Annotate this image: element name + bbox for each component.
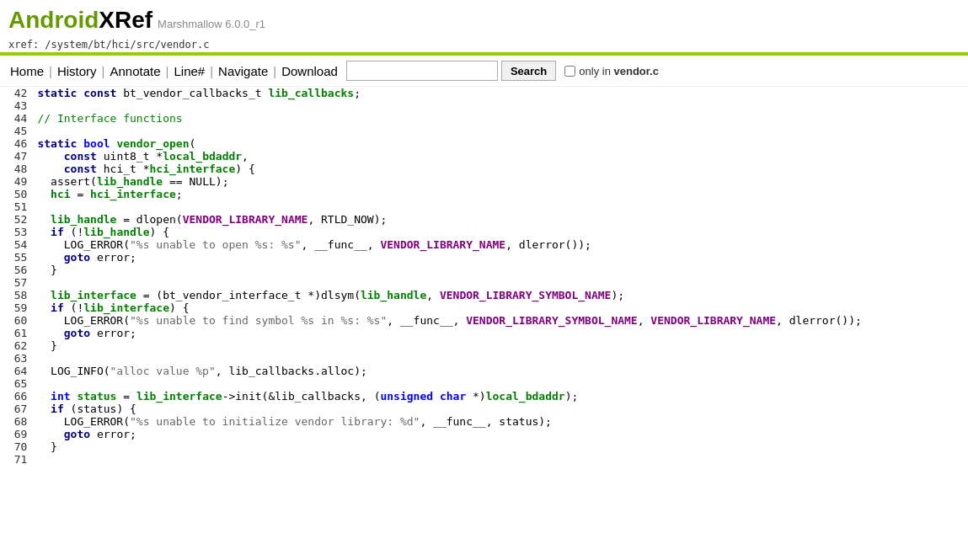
code-table: 42static const bt_vendor_callbacks_t lib… <box>0 87 968 466</box>
line-code: if (!lib_interface) { <box>34 301 968 314</box>
table-row: 59 if (!lib_interface) { <box>0 301 968 314</box>
line-code: goto error; <box>34 428 968 440</box>
line-code: } <box>34 339 968 352</box>
line-number: 43 <box>0 99 34 112</box>
table-row: 58 lib_interface = (bt_vendor_interface_… <box>0 289 968 301</box>
line-number: 60 <box>0 314 34 327</box>
nav-sep-3: | <box>166 64 169 78</box>
line-number: 66 <box>0 390 34 403</box>
line-number: 45 <box>0 125 34 137</box>
line-number: 49 <box>0 175 34 188</box>
line-code: lib_handle = dlopen(VENDOR_LIBRARY_NAME,… <box>34 213 968 226</box>
line-number: 65 <box>0 377 34 390</box>
line-number: 62 <box>0 339 34 352</box>
line-number: 42 <box>0 87 34 99</box>
line-code: LOG_ERROR("%s unable to initialize vendo… <box>34 415 968 428</box>
search-button[interactable]: Search <box>501 61 556 81</box>
nav-linehash[interactable]: Line# <box>172 64 206 78</box>
code-area: 42static const bt_vendor_callbacks_t lib… <box>0 87 968 466</box>
table-row: 62 } <box>0 339 968 352</box>
nav-home[interactable]: Home <box>8 64 45 78</box>
nav-sep-1: | <box>49 64 52 78</box>
line-number: 52 <box>0 213 34 226</box>
line-code: static bool vendor_open( <box>34 137 968 150</box>
line-code: LOG_ERROR("%s unable to open %s: %s", __… <box>34 238 968 251</box>
logo-version-text: Marshmallow 6.0.0_r1 <box>158 18 265 30</box>
navbar: Home | History | Annotate | Line# | Navi… <box>0 56 968 87</box>
line-code: } <box>34 440 968 453</box>
line-number: 57 <box>0 276 34 289</box>
line-code: goto error; <box>34 251 968 264</box>
line-code: if (status) { <box>34 403 968 415</box>
table-row: 55 goto error; <box>0 251 968 264</box>
breadcrumb-text: xref: /system/bt/hci/src/vendor.c <box>8 39 209 51</box>
line-number: 50 <box>0 188 34 200</box>
table-row: 54 LOG_ERROR("%s unable to open %s: %s",… <box>0 238 968 251</box>
table-row: 47 const uint8_t *local_bdaddr, <box>0 150 968 163</box>
table-row: 50 hci = hci_interface; <box>0 188 968 200</box>
only-in-text: only in <box>579 65 611 77</box>
logo: AndroidXRefMarshmallow 6.0.0_r1 <box>8 7 265 34</box>
line-code <box>34 377 968 390</box>
table-row: 52 lib_handle = dlopen(VENDOR_LIBRARY_NA… <box>0 213 968 226</box>
line-number: 61 <box>0 327 34 339</box>
line-number: 68 <box>0 415 34 428</box>
line-code <box>34 453 968 466</box>
line-number: 64 <box>0 365 34 377</box>
line-code <box>34 352 968 365</box>
line-code <box>34 200 968 213</box>
logo-android-text: Android <box>8 7 99 33</box>
line-code: LOG_ERROR("%s unable to find symbol %s i… <box>34 314 968 327</box>
table-row: 65 <box>0 377 968 390</box>
line-number: 48 <box>0 163 34 175</box>
only-in-checkbox[interactable] <box>564 66 575 77</box>
logo-xref-text: XRef <box>99 7 152 33</box>
line-number: 44 <box>0 112 34 125</box>
line-code: if (!lib_handle) { <box>34 226 968 238</box>
line-number: 56 <box>0 264 34 276</box>
table-row: 67 if (status) { <box>0 403 968 415</box>
nav-sep-5: | <box>273 64 276 78</box>
table-row: 69 goto error; <box>0 428 968 440</box>
line-number: 70 <box>0 440 34 453</box>
line-number: 69 <box>0 428 34 440</box>
line-code: } <box>34 264 968 276</box>
line-number: 46 <box>0 137 34 150</box>
search-box: Search only in vendor.c <box>346 61 659 81</box>
table-row: 53 if (!lib_handle) { <box>0 226 968 238</box>
line-number: 55 <box>0 251 34 264</box>
line-number: 71 <box>0 453 34 466</box>
table-row: 48 const hci_t *hci_interface) { <box>0 163 968 175</box>
nav-download[interactable]: Download <box>280 64 340 78</box>
line-code: lib_interface = (bt_vendor_interface_t *… <box>34 289 968 301</box>
table-row: 66 int status = lib_interface->init(&lib… <box>0 390 968 403</box>
line-code <box>34 125 968 137</box>
table-row: 56 } <box>0 264 968 276</box>
line-code <box>34 276 968 289</box>
line-number: 51 <box>0 200 34 213</box>
table-row: 45 <box>0 125 968 137</box>
search-input[interactable] <box>346 61 498 81</box>
line-code: static const bt_vendor_callbacks_t lib_c… <box>34 87 968 99</box>
line-number: 63 <box>0 352 34 365</box>
line-number: 59 <box>0 301 34 314</box>
table-row: 44// Interface functions <box>0 112 968 125</box>
line-number: 67 <box>0 403 34 415</box>
table-row: 51 <box>0 200 968 213</box>
table-row: 70 } <box>0 440 968 453</box>
only-in-filename: vendor.c <box>613 65 658 77</box>
nav-history[interactable]: History <box>56 64 99 78</box>
table-row: 63 <box>0 352 968 365</box>
header: AndroidXRefMarshmallow 6.0.0_r1 <box>0 0 968 37</box>
nav-navigate[interactable]: Navigate <box>217 64 270 78</box>
line-code: int status = lib_interface->init(&lib_ca… <box>34 390 968 403</box>
table-row: 43 <box>0 99 968 112</box>
nav-sep-4: | <box>210 64 213 78</box>
table-row: 61 goto error; <box>0 327 968 339</box>
nav-annotate[interactable]: Annotate <box>109 64 163 78</box>
line-code: assert(lib_handle == NULL); <box>34 175 968 188</box>
line-number: 54 <box>0 238 34 251</box>
table-row: 42static const bt_vendor_callbacks_t lib… <box>0 87 968 99</box>
table-row: 60 LOG_ERROR("%s unable to find symbol %… <box>0 314 968 327</box>
line-code <box>34 99 968 112</box>
